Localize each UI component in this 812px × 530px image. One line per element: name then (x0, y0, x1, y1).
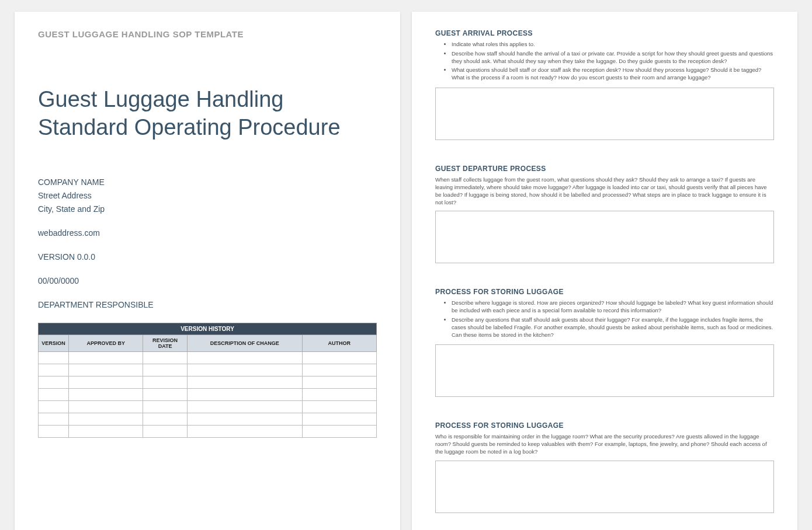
vh-row (39, 376, 377, 389)
vh-cell[interactable] (302, 389, 376, 401)
vh-row (39, 352, 377, 364)
vh-cell[interactable] (39, 401, 69, 413)
vh-cell[interactable] (143, 426, 187, 438)
vh-row (39, 426, 377, 438)
vh-cell[interactable] (69, 401, 143, 413)
vh-cell[interactable] (69, 376, 143, 389)
departure-heading: GUEST DEPARTURE PROCESS (435, 165, 774, 173)
vh-row (39, 401, 377, 413)
departure-text: When staff collects luggage from the gue… (435, 176, 774, 206)
vh-cell[interactable] (187, 426, 302, 438)
arrival-bullet-2: Describe how staff should handle the arr… (452, 50, 774, 65)
col-description: DESCRIPTION OF CHANGE (187, 335, 302, 352)
vh-cell[interactable] (143, 413, 187, 426)
vh-cell[interactable] (302, 376, 376, 389)
storing2-heading: PROCESS FOR STORING LUGGAGE (435, 421, 774, 430)
vh-row (39, 413, 377, 426)
vh-cell[interactable] (187, 389, 302, 401)
storing1-heading: PROCESS FOR STORING LUGGAGE (435, 288, 774, 296)
col-approved-by: APPROVED BY (69, 335, 143, 352)
arrival-heading: GUEST ARRIVAL PROCESS (435, 29, 774, 37)
vh-cell[interactable] (69, 413, 143, 426)
vh-cell[interactable] (302, 352, 376, 364)
vh-cell[interactable] (39, 352, 69, 364)
company-block: COMPANY NAME Street Address City, State … (38, 176, 377, 311)
arrival-input[interactable] (435, 88, 774, 140)
vh-cell[interactable] (39, 389, 69, 401)
storing2-input[interactable] (435, 461, 774, 513)
vh-cell[interactable] (39, 376, 69, 389)
vh-cell[interactable] (69, 364, 143, 376)
version-history-table: VERSION HISTORY VERSION APPROVED BY REVI… (38, 323, 377, 438)
departure-input[interactable] (435, 211, 774, 263)
doc-date: 00/00/0000 (38, 275, 377, 287)
col-version: VERSION (39, 335, 69, 352)
col-author: AUTHOR (302, 335, 376, 352)
vh-row (39, 364, 377, 376)
vh-cell[interactable] (187, 364, 302, 376)
vh-cell[interactable] (39, 426, 69, 438)
doc-title: Guest Luggage Handling Standard Operatin… (38, 86, 377, 141)
vh-cell[interactable] (69, 426, 143, 438)
page-1: GUEST LUGGAGE HANDLING SOP TEMPLATE Gues… (15, 12, 400, 530)
vh-cell[interactable] (302, 413, 376, 426)
vh-cell[interactable] (187, 352, 302, 364)
vh-cell[interactable] (143, 376, 187, 389)
vh-cell[interactable] (302, 401, 376, 413)
vh-cell[interactable] (143, 364, 187, 376)
vh-cell[interactable] (39, 364, 69, 376)
vh-header-row: VERSION APPROVED BY REVISION DATE DESCRI… (39, 335, 377, 352)
vh-cell[interactable] (187, 376, 302, 389)
vh-cell[interactable] (69, 352, 143, 364)
street-address: Street Address (38, 190, 377, 202)
vh-title-row: VERSION HISTORY (39, 323, 377, 335)
template-header: GUEST LUGGAGE HANDLING SOP TEMPLATE (38, 29, 377, 39)
vh-cell[interactable] (39, 413, 69, 426)
vh-cell[interactable] (143, 401, 187, 413)
vh-cell[interactable] (187, 401, 302, 413)
vh-cell[interactable] (143, 389, 187, 401)
vh-title: VERSION HISTORY (39, 323, 377, 335)
storing1-bullets: Describe where luggage is stored. How ar… (435, 299, 774, 339)
company-name: COMPANY NAME (38, 176, 377, 189)
vh-cell[interactable] (187, 413, 302, 426)
vh-cell[interactable] (69, 389, 143, 401)
web-address: webaddress.com (38, 227, 377, 239)
arrival-bullet-1: Indicate what roles this applies to. (452, 41, 774, 48)
storing1-bullet-2: Describe any questions that staff should… (452, 316, 774, 339)
page-2: GUEST ARRIVAL PROCESS Indicate what role… (412, 12, 797, 530)
vh-cell[interactable] (302, 364, 376, 376)
vh-cell[interactable] (143, 352, 187, 364)
vh-row (39, 389, 377, 401)
city-state-zip: City, State and Zip (38, 203, 377, 215)
storing1-input[interactable] (435, 344, 774, 397)
version-label: VERSION 0.0.0 (38, 251, 377, 263)
storing2-text: Who is responsible for maintaining order… (435, 433, 774, 455)
vh-cell[interactable] (302, 426, 376, 438)
department-responsible: DEPARTMENT RESPONSIBLE (38, 299, 377, 311)
arrival-bullets: Indicate what roles this applies to. Des… (435, 41, 774, 82)
col-revision-date: REVISION DATE (143, 335, 187, 352)
storing1-bullet-1: Describe where luggage is stored. How ar… (452, 299, 774, 315)
arrival-bullet-3: What questions should bell staff or door… (452, 67, 774, 82)
